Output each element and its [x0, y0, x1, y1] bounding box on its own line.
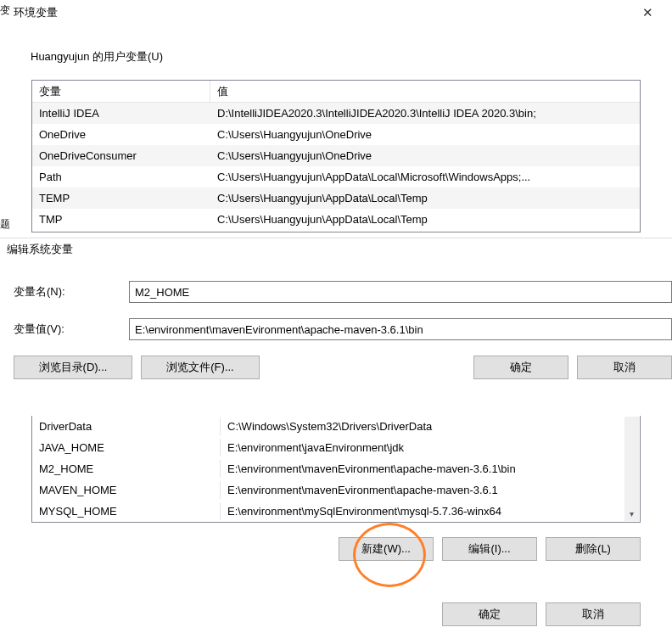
table-row[interactable]: PathC:\Users\Huangyujun\AppData\Local\Mi… — [32, 166, 640, 188]
cell-var-value: C:\Users\Huangyujun\AppData\Local\Temp — [210, 210, 640, 228]
cell-var-value: E:\environment\mavenEvironment\apache-ma… — [221, 460, 640, 478]
table-row[interactable]: TMPC:\Users\Huangyujun\AppData\Local\Tem… — [32, 209, 640, 230]
system-vars-table[interactable]: DriverDataC:\Windows\System32\Drivers\Dr… — [31, 416, 641, 523]
cell-var-value: E:\environment\mavenEvironment\apache-ma… — [221, 481, 640, 499]
var-value-label: 变量值(V): — [10, 322, 129, 337]
table-row[interactable]: MAVEN_HOMEE:\environment\mavenEvironment… — [32, 479, 640, 501]
ok-button[interactable]: 确定 — [442, 602, 537, 626]
cell-var-name: Path — [32, 168, 210, 186]
table-row[interactable]: MYSQL_HOMEE:\environment\mySqlEnvironmen… — [32, 501, 640, 522]
table-row[interactable]: M2_HOMEE:\environment\mavenEvironment\ap… — [32, 458, 640, 479]
system-vars-button-row: 新建(W)... 编辑(I)... 删除(L) — [31, 537, 641, 561]
user-vars-group-label: Huangyujun 的用户变量(U) — [27, 49, 166, 64]
chevron-down-icon[interactable]: ▾ — [624, 507, 639, 521]
cell-var-name: OneDriveConsumer — [32, 147, 210, 165]
table-header: 变量 值 — [32, 81, 640, 103]
table-row[interactable]: DriverDataC:\Windows\System32\Drivers\Dr… — [32, 416, 640, 437]
table-row[interactable]: JAVA_HOMEE:\environment\javaEnvironment\… — [32, 437, 640, 458]
close-icon[interactable]: ✕ — [632, 5, 664, 20]
delete-button[interactable]: 删除(L) — [546, 537, 641, 561]
browse-file-button[interactable]: 浏览文件(F)... — [141, 356, 260, 379]
env-vars-dialog: 环境变量 ✕ — [8, 0, 672, 25]
cell-var-value: C:\Users\Huangyujun\OneDrive — [210, 147, 640, 165]
col-header-value[interactable]: 值 — [210, 81, 640, 102]
var-name-input[interactable] — [129, 281, 672, 303]
cell-var-name: MYSQL_HOME — [32, 502, 221, 520]
cell-var-name: M2_HOME — [32, 460, 221, 478]
cancel-button[interactable]: 取消 — [546, 602, 641, 626]
var-name-label: 变量名(N): — [10, 284, 129, 300]
edit-system-variable-dialog: 编辑系统变量 变量名(N): 变量值(V): 浏览目录(D)... 浏览文件(F… — [0, 238, 672, 389]
cell-var-name: MAVEN_HOME — [32, 481, 221, 499]
cell-var-name: JAVA_HOME — [32, 439, 221, 457]
cell-var-name: OneDrive — [32, 126, 210, 143]
table-row[interactable]: IntelliJ IDEAD:\IntelliJIDEA2020.3\Intel… — [32, 103, 640, 124]
edit-cancel-button[interactable]: 取消 — [577, 356, 672, 379]
title-bar: 环境变量 ✕ — [8, 0, 672, 25]
browse-dir-button[interactable]: 浏览目录(D)... — [14, 356, 132, 379]
user-vars-table[interactable]: 变量 值 IntelliJ IDEAD:\IntelliJIDEA2020.3\… — [31, 80, 641, 232]
cell-var-value: C:\Users\Huangyujun\AppData\Local\Micros… — [210, 168, 640, 186]
dialog-title: 环境变量 — [14, 5, 58, 20]
cell-var-name: TEMP — [32, 189, 210, 207]
table-row[interactable]: OneDriveC:\Users\Huangyujun\OneDrive — [32, 124, 640, 145]
cell-var-name: DriverData — [32, 417, 221, 435]
edit-ok-button[interactable]: 确定 — [473, 356, 568, 379]
cell-var-name: TMP — [32, 210, 210, 228]
edit-dialog-title: 编辑系统变量 — [0, 238, 672, 260]
cell-var-value: C:\Windows\System32\Drivers\DriverData — [221, 417, 640, 435]
edge-char: 题 — [0, 217, 10, 232]
cell-var-name: IntelliJ IDEA — [32, 104, 210, 122]
col-header-variable[interactable]: 变量 — [32, 81, 210, 102]
table-row[interactable]: TEMPC:\Users\Huangyujun\AppData\Local\Te… — [32, 188, 640, 209]
cell-var-value: E:\environment\javaEnvironment\jdk — [221, 439, 640, 457]
dialog-bottom-row: 确定 取消 — [442, 602, 641, 626]
new-button[interactable]: 新建(W)... — [339, 537, 434, 561]
var-value-input[interactable] — [129, 318, 672, 340]
edit-button[interactable]: 编辑(I)... — [442, 537, 537, 561]
table-row[interactable]: OneDriveConsumerC:\Users\Huangyujun\OneD… — [32, 145, 640, 166]
cell-var-value: C:\Users\Huangyujun\OneDrive — [210, 126, 640, 143]
cell-var-value: C:\Users\Huangyujun\AppData\Local\Temp — [210, 189, 640, 207]
cell-var-value: D:\IntelliJIDEA2020.3\IntelliJIDEA2020.3… — [210, 104, 640, 122]
cell-var-value: E:\environment\mySqlEnvironment\mysql-5.… — [221, 502, 640, 520]
scrollbar[interactable]: ▾ — [624, 417, 639, 521]
